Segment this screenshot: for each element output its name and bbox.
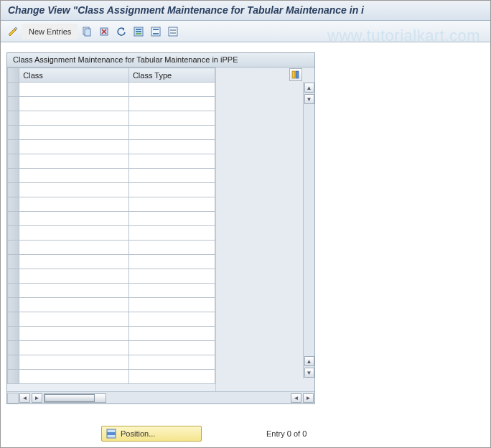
cell-classtype[interactable] bbox=[128, 169, 215, 183]
select-block-button[interactable] bbox=[148, 24, 164, 39]
cell-classtype[interactable] bbox=[128, 226, 215, 241]
cell-classtype[interactable] bbox=[128, 97, 215, 111]
table-row[interactable] bbox=[8, 140, 215, 154]
cell-classtype[interactable] bbox=[128, 126, 215, 140]
column-header-classtype[interactable]: Class Type bbox=[128, 68, 215, 83]
cell-classtype[interactable] bbox=[128, 370, 215, 384]
cell-class[interactable] bbox=[19, 370, 129, 384]
table-row[interactable] bbox=[8, 327, 215, 341]
table-row[interactable] bbox=[8, 97, 215, 111]
cell-classtype[interactable] bbox=[128, 241, 215, 255]
row-selector[interactable] bbox=[8, 341, 19, 355]
cell-class[interactable] bbox=[19, 212, 129, 226]
table-row[interactable] bbox=[8, 212, 215, 226]
cell-classtype[interactable] bbox=[128, 111, 215, 126]
cell-class[interactable] bbox=[19, 169, 129, 183]
cell-classtype[interactable] bbox=[128, 140, 215, 154]
cell-class[interactable] bbox=[19, 255, 129, 269]
undo-button[interactable] bbox=[113, 24, 129, 39]
scroll-right2-button[interactable]: ► bbox=[303, 393, 314, 403]
cell-classtype[interactable] bbox=[128, 269, 215, 284]
cell-class[interactable] bbox=[19, 241, 129, 255]
row-selector[interactable] bbox=[8, 284, 19, 298]
cell-class[interactable] bbox=[19, 126, 129, 140]
scroll-down-button[interactable]: ▼ bbox=[304, 94, 314, 104]
table-row[interactable] bbox=[8, 183, 215, 197]
row-selector[interactable] bbox=[8, 97, 19, 111]
deselect-button[interactable] bbox=[165, 24, 181, 39]
table-row[interactable] bbox=[8, 255, 215, 269]
cell-class[interactable] bbox=[19, 355, 129, 370]
row-selector[interactable] bbox=[8, 154, 19, 169]
cell-class[interactable] bbox=[19, 341, 129, 355]
scroll-down2-button[interactable]: ▼ bbox=[304, 368, 314, 378]
row-selector[interactable] bbox=[8, 140, 19, 154]
table-row[interactable] bbox=[8, 269, 215, 284]
row-selector[interactable] bbox=[8, 111, 19, 126]
copy-button[interactable] bbox=[79, 24, 95, 39]
cell-classtype[interactable] bbox=[128, 255, 215, 269]
cell-class[interactable] bbox=[19, 269, 129, 284]
table-row[interactable] bbox=[8, 154, 215, 169]
cell-class[interactable] bbox=[19, 284, 129, 298]
scroll-left2-button[interactable]: ◄ bbox=[291, 393, 301, 403]
cell-classtype[interactable] bbox=[128, 212, 215, 226]
table-row[interactable] bbox=[8, 284, 215, 298]
cell-class[interactable] bbox=[19, 183, 129, 197]
table-row[interactable] bbox=[8, 341, 215, 355]
cell-class[interactable] bbox=[19, 154, 129, 169]
cell-class[interactable] bbox=[19, 111, 129, 126]
change-mode-button[interactable] bbox=[5, 24, 21, 39]
hscroll-thumb[interactable] bbox=[45, 394, 95, 402]
cell-class[interactable] bbox=[19, 83, 129, 97]
table-row[interactable] bbox=[8, 111, 215, 126]
table-row[interactable] bbox=[8, 355, 215, 370]
row-selector[interactable] bbox=[8, 370, 19, 384]
cell-class[interactable] bbox=[19, 226, 129, 241]
table-row[interactable] bbox=[8, 298, 215, 312]
cell-classtype[interactable] bbox=[128, 312, 215, 327]
cell-class[interactable] bbox=[19, 197, 129, 212]
cell-class[interactable] bbox=[19, 298, 129, 312]
cell-classtype[interactable] bbox=[128, 298, 215, 312]
hscroll-track[interactable] bbox=[44, 393, 106, 403]
row-selector[interactable] bbox=[8, 83, 19, 97]
table-row[interactable] bbox=[8, 241, 215, 255]
cell-classtype[interactable] bbox=[128, 197, 215, 212]
table-row[interactable] bbox=[8, 370, 215, 384]
row-selector[interactable] bbox=[8, 269, 19, 284]
row-header-corner[interactable] bbox=[8, 68, 19, 83]
cell-class[interactable] bbox=[19, 97, 129, 111]
table-row[interactable] bbox=[8, 169, 215, 183]
row-selector[interactable] bbox=[8, 169, 19, 183]
scroll-up2-button[interactable]: ▲ bbox=[304, 356, 314, 366]
cell-classtype[interactable] bbox=[128, 284, 215, 298]
vertical-scrollbar[interactable]: ▲ ▼ ▲ ▼ bbox=[303, 82, 314, 378]
row-selector[interactable] bbox=[8, 298, 19, 312]
table-row[interactable] bbox=[8, 197, 215, 212]
cell-classtype[interactable] bbox=[128, 327, 215, 341]
row-selector[interactable] bbox=[8, 255, 19, 269]
data-grid[interactable]: Class Class Type bbox=[7, 67, 215, 384]
row-selector[interactable] bbox=[8, 226, 19, 241]
cell-classtype[interactable] bbox=[128, 355, 215, 370]
table-row[interactable] bbox=[8, 226, 215, 241]
row-selector[interactable] bbox=[8, 355, 19, 370]
column-header-class[interactable]: Class bbox=[19, 68, 129, 83]
table-row[interactable] bbox=[8, 312, 215, 327]
cell-classtype[interactable] bbox=[128, 83, 215, 97]
row-selector[interactable] bbox=[8, 312, 19, 327]
row-selector[interactable] bbox=[8, 197, 19, 212]
cell-classtype[interactable] bbox=[128, 341, 215, 355]
row-selector[interactable] bbox=[8, 241, 19, 255]
scroll-up-button[interactable]: ▲ bbox=[304, 83, 314, 93]
scroll-left-button[interactable]: ◄ bbox=[19, 393, 30, 403]
delete-button[interactable] bbox=[96, 24, 112, 39]
row-selector[interactable] bbox=[8, 183, 19, 197]
table-settings-button[interactable] bbox=[289, 68, 302, 81]
row-selector[interactable] bbox=[8, 327, 19, 341]
cell-class[interactable] bbox=[19, 312, 129, 327]
row-selector[interactable] bbox=[8, 212, 19, 226]
table-row[interactable] bbox=[8, 83, 215, 97]
horizontal-scrollbar[interactable]: ◄ ► ◄ ► bbox=[7, 391, 314, 403]
